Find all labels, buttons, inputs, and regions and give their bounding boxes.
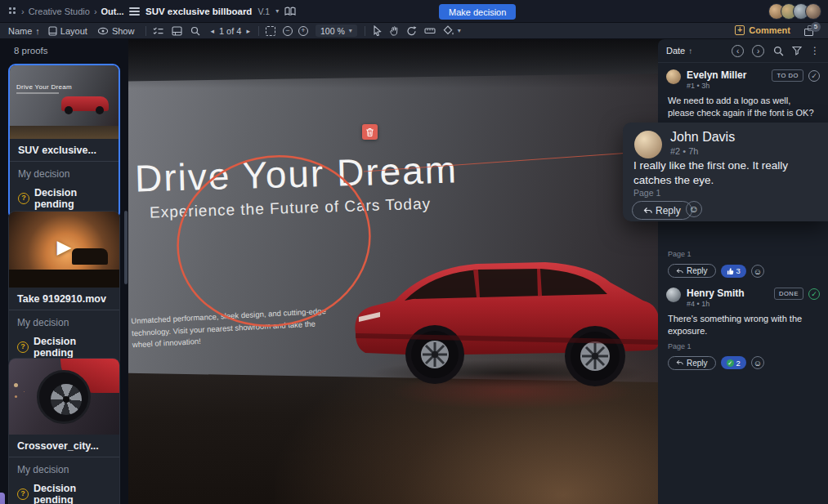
avatar[interactable] [805,3,821,20]
breadcrumb-current[interactable]: Out... [101,7,124,16]
avatar[interactable] [634,131,662,158]
proof-thumbnail[interactable]: ▶ [9,212,119,288]
next-comment-button[interactable]: › [752,45,764,57]
minus-icon: − [285,26,289,34]
compare-book-icon[interactable] [284,7,296,16]
reply-label: Reply [687,266,708,275]
fit-screen-button[interactable] [266,26,275,36]
reply-label: Reply [656,205,681,216]
prev-page-icon[interactable]: ◂ [210,27,214,35]
add-reaction-button[interactable]: ☺ [686,201,702,217]
panel-toggle-button[interactable]: 5 [804,25,817,36]
reply-button[interactable]: Reply [668,356,716,370]
done-badge[interactable]: DONE [774,288,803,300]
measure-tool-button[interactable] [424,26,436,35]
breadcrumb: › Creative Studio › Out... [21,7,124,16]
comment-label: Comment [749,25,790,35]
next-proof-peek[interactable] [0,493,5,504]
pages-panel-button[interactable] [172,26,182,36]
chevron-down-icon[interactable]: ▾ [275,7,279,15]
cursor-icon [372,25,382,36]
comment-henry-smith[interactable]: Henry Smith #4 • 1h DONE ✓ There's somet… [658,281,828,370]
todo-badge[interactable]: TO DO [772,69,803,82]
delete-annotation-button[interactable] [362,124,378,140]
proof-thumbnail[interactable] [9,359,119,435]
chevron-down-icon: ▾ [458,27,461,34]
sort-label: Date [666,46,685,56]
proof-card-crossover-city[interactable]: Crossover_city... My decision ? Decision… [8,358,120,504]
comment-author: Henry Smith [687,288,745,299]
ruler-icon [424,26,436,35]
chevron-icon: › [21,7,25,16]
comments-panel: Date ↑ ‹ › ⋮ Evelyn Miller #1 • 3h [658,39,828,504]
search-pages-button[interactable] [190,26,200,36]
comment-text: We need to add a logo as well, please ch… [658,90,828,119]
doc-version[interactable]: V.1 [257,7,270,16]
proof-title: Crossover_city... [9,435,119,457]
proof-thumbnail[interactable]: Drive Your Dream [10,65,119,139]
rotate-tool-button[interactable] [406,25,417,36]
pan-tool-button[interactable] [389,25,399,36]
thumb-headline: Drive Your Dream [16,83,72,91]
sort-by-date-button[interactable]: Date ↑ [666,46,692,56]
zoom-out-button[interactable]: − [283,26,293,36]
show-label: Show [112,26,135,36]
add-reaction-button[interactable]: ☺ [751,356,764,369]
reply-arrow-icon [643,207,652,215]
pages-icon [172,26,182,36]
avatar[interactable] [666,288,681,302]
comment-page-ref: Page 1 [658,250,828,258]
thumb-wheel-shape [37,370,91,424]
reply-button[interactable]: Reply [632,201,692,220]
make-decision-button[interactable]: Make decision [439,4,516,20]
sidebar-scrollbar[interactable] [124,211,128,284]
search-comments-icon[interactable] [773,46,784,56]
select-tool-button[interactable] [372,25,382,36]
status-label: Decision pending [34,483,111,504]
mark-done-icon[interactable]: ✓ [808,70,820,82]
avatar[interactable] [666,69,681,84]
layout-button[interactable]: Layout [48,26,87,36]
rotate-icon [406,25,417,36]
kebab-menu-icon[interactable]: ⋮ [810,45,820,56]
reply-button[interactable]: Reply [668,264,716,278]
pending-question-icon: ? [18,193,29,204]
menu-icon[interactable] [129,6,140,17]
apps-grid-icon[interactable] [9,7,16,14]
thumbs-up-icon [727,267,734,275]
zoom-in-button[interactable]: + [298,26,308,36]
like-reaction-pill[interactable]: 3 [721,265,746,278]
comment-popup-john-davis[interactable]: John Davis #2 • 7h I really like the fir… [623,123,828,221]
name-sort-button[interactable]: Name ↑ [8,26,40,36]
add-reaction-button[interactable]: ☺ [751,265,764,278]
trash-icon [365,127,374,137]
fill-tool-button[interactable]: ▾ [443,25,461,36]
reply-label: Reply [687,359,708,368]
comment-text: I really like the first one. It really c… [633,158,820,188]
approve-reaction-pill[interactable]: ✓ 2 [721,356,746,369]
proof-card-take-video[interactable]: ▶ Take 9192910.mov My decision ? Decisio… [8,211,120,368]
mark-done-icon[interactable]: ✓ [808,288,820,300]
comment-button[interactable]: + Comment [735,25,790,35]
annotations-list-button[interactable] [153,26,163,36]
thumb-car-silhouette [72,248,108,265]
page-indicator: 1 of 4 [219,26,242,36]
hand-icon [389,25,399,36]
next-page-icon[interactable]: ▸ [246,27,250,35]
zoom-level-select[interactable]: 100 % ▾ [316,25,357,37]
prev-comment-button[interactable]: ‹ [732,45,744,57]
proof-count-label: 8 proofs [14,46,48,56]
comment-meta: #4 • 1h [687,300,745,308]
proof-card-suv-billboard[interactable]: Drive Your Dream SUV exclusive... My dec… [8,64,120,220]
like-count: 3 [736,266,741,275]
show-button[interactable]: Show [97,26,135,36]
decision-status[interactable]: ? Decision pending [9,477,119,504]
play-icon[interactable]: ▶ [57,235,72,257]
filter-icon[interactable] [792,46,802,56]
breadcrumb-app[interactable]: Creative Studio [29,7,90,16]
comment-john-davis[interactable]: Page 1 Reply 3 ☺ [658,250,828,278]
reply-arrow-icon [676,268,683,274]
pending-question-icon: ? [17,341,29,353]
comment-meta: #1 • 3h [687,82,746,90]
sort-asc-icon: ↑ [35,26,40,36]
